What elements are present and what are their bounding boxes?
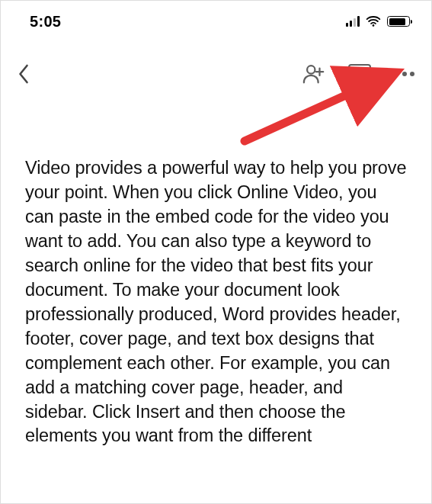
person-add-icon bbox=[302, 63, 325, 85]
document-view-button[interactable] bbox=[348, 64, 371, 84]
more-options-button[interactable] bbox=[394, 72, 418, 76]
status-bar: 5:05 bbox=[1, 1, 431, 36]
status-right-cluster bbox=[346, 14, 410, 29]
wifi-icon bbox=[366, 14, 381, 29]
status-time: 5:05 bbox=[30, 13, 61, 30]
document-lines-icon bbox=[348, 64, 371, 84]
battery-icon bbox=[387, 16, 410, 27]
app-toolbar bbox=[1, 36, 431, 95]
document-body-text: Video provides a powerful way to help yo… bbox=[25, 156, 407, 448]
back-button[interactable] bbox=[18, 59, 48, 89]
svg-point-0 bbox=[373, 24, 375, 27]
svg-point-1 bbox=[307, 66, 315, 73]
cell-signal-icon bbox=[346, 16, 360, 27]
document-content[interactable]: Video provides a powerful way to help yo… bbox=[1, 95, 431, 448]
add-person-button[interactable] bbox=[302, 63, 325, 85]
more-horizontal-icon bbox=[394, 72, 398, 76]
chevron-left-icon bbox=[18, 64, 29, 84]
